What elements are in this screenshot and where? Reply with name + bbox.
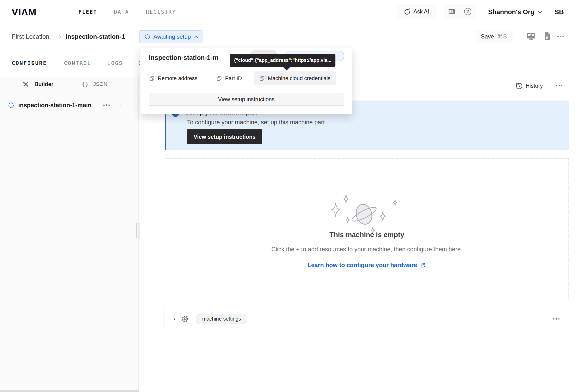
sidebar-scrollbar[interactable] — [0, 390, 139, 392]
save-label: Save — [481, 33, 494, 40]
copy-part-id-label: Part ID — [225, 75, 242, 81]
copy-icon — [259, 76, 265, 81]
chevron-up-icon — [195, 36, 198, 39]
history-icon — [515, 82, 523, 90]
tab-configure[interactable]: CONFIGURE — [12, 49, 47, 77]
machine-settings-row: machine settings — [164, 310, 569, 328]
part-menu-button[interactable] — [103, 104, 110, 106]
popup-part-title: inspection-station-1-m — [149, 54, 218, 62]
editor-mode-toggle: Builder {} JSON — [0, 77, 139, 91]
breadcrumb-chevron-icon — [58, 35, 62, 39]
breadcrumb-location[interactable]: First Location — [12, 24, 49, 49]
builder-mode-button[interactable]: Builder — [23, 81, 53, 87]
machine-page-button[interactable] — [526, 31, 536, 41]
documentation-button[interactable] — [444, 4, 460, 19]
credentials-tooltip: {"cloud":{"app_address":"https://app.via… — [230, 54, 335, 67]
json-label: JSON — [93, 81, 107, 87]
help-icon: ? — [464, 8, 471, 15]
monitor-icon — [526, 31, 536, 41]
copy-remote-address-label: Remote address — [158, 75, 197, 81]
settings-more-button[interactable] — [553, 318, 560, 320]
file-chart-icon — [542, 31, 552, 41]
panel-resize-handle[interactable] — [136, 223, 140, 237]
ask-ai-sparkle-icon — [403, 8, 410, 15]
user-avatar[interactable]: SB — [555, 0, 564, 24]
learn-hardware-link[interactable]: Learn how to configure your hardware — [165, 262, 569, 269]
card-more-button[interactable] — [556, 85, 562, 86]
copy-remote-address-button[interactable]: Remote address — [149, 72, 197, 85]
copy-part-id-button[interactable]: Part ID — [217, 72, 242, 85]
part-status-popup: inspection-station-1-m {"cloud":{"app_ad… — [140, 48, 352, 114]
external-link-icon — [420, 262, 426, 268]
json-mode-button[interactable]: {} JSON — [82, 81, 107, 87]
ask-ai-label: Ask AI — [413, 8, 429, 15]
history-button[interactable]: History — [526, 83, 543, 89]
part-tree-item[interactable]: inspection-station-1-main — [0, 99, 139, 111]
copy-machine-cloud-credentials-label: Machine cloud credentials — [268, 75, 330, 81]
docs-help-group: ? — [444, 4, 476, 19]
tooltip-caret — [283, 67, 290, 71]
copy-machine-cloud-credentials-button[interactable]: Machine cloud credentials — [254, 72, 336, 85]
empty-state-subtitle: Click the + to add resources to your mac… — [165, 246, 569, 253]
planet-illustration — [327, 193, 402, 235]
tab-control[interactable]: CONTROL — [64, 49, 91, 77]
gear-icon — [181, 315, 189, 323]
org-name: Shannon's Org — [488, 8, 534, 16]
config-card-border — [153, 77, 153, 334]
nav-item-fleet[interactable]: FLEET — [78, 0, 97, 24]
save-button[interactable]: Save ⌘S — [475, 30, 513, 43]
part-name: inspection-station-1-main — [18, 102, 91, 109]
breadcrumb-bar: First Location inspection-station-1 Awai… — [0, 24, 579, 49]
braces-icon: {} — [82, 81, 88, 87]
book-icon — [448, 7, 456, 16]
empty-state-title: This machine is empty — [165, 231, 569, 239]
popup-view-setup-instructions-button[interactable]: View setup instructions — [149, 93, 344, 106]
report-document-button[interactable] — [542, 31, 552, 41]
status-badge[interactable]: Awaiting setup — [140, 30, 203, 43]
tools-icon — [23, 81, 29, 87]
org-switcher[interactable]: Shannon's Org — [488, 0, 541, 24]
nav-item-data[interactable]: DATA — [114, 0, 129, 24]
status-badge-label: Awaiting setup — [153, 33, 191, 40]
learn-hardware-link-label: Learn how to configure your hardware — [307, 262, 417, 269]
awaiting-setup-dashed-circle-icon — [145, 34, 150, 40]
save-shortcut: ⌘S — [497, 33, 507, 40]
breadcrumb-machine-name: inspection-station-1 — [66, 24, 125, 49]
nav-divider — [61, 7, 61, 17]
banner-body: To configure your machine, set up this m… — [187, 119, 326, 126]
viam-logo[interactable]: VIΛM — [11, 0, 37, 24]
ask-ai-button[interactable]: Ask AI — [397, 4, 435, 19]
machine-settings-pill[interactable]: machine settings — [196, 314, 247, 324]
chevron-down-icon — [538, 9, 542, 13]
help-button[interactable]: ? — [460, 4, 476, 19]
builder-label: Builder — [34, 81, 53, 87]
empty-machine-dropzone: This machine is empty Click the + to add… — [165, 158, 569, 299]
tab-logs[interactable]: LOGS — [107, 49, 123, 77]
copy-icon — [217, 76, 222, 81]
copy-icon — [149, 76, 155, 81]
view-setup-instructions-button[interactable]: View setup instructions — [187, 129, 262, 144]
nav-item-registry[interactable]: REGISTRY — [146, 0, 176, 24]
expand-chevron-icon[interactable] — [172, 317, 176, 320]
part-awaiting-setup-icon — [8, 102, 14, 108]
top-nav: VIΛM FLEET DATA REGISTRY Ask AI ? — [0, 0, 579, 24]
more-actions-button[interactable] — [557, 36, 564, 37]
add-resource-button[interactable] — [118, 102, 124, 108]
resource-sidebar: Builder {} JSON inspection-station-1-mai… — [0, 77, 139, 392]
